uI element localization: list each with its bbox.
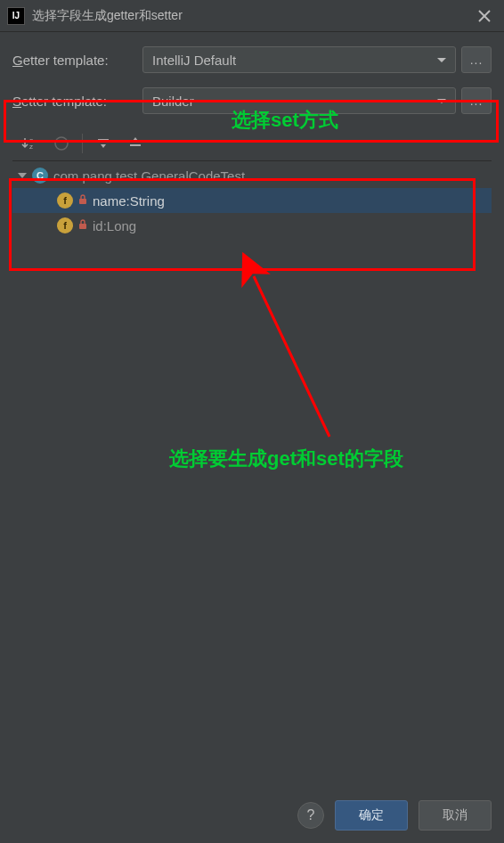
svg-rect-10: [79, 224, 86, 229]
filter-icon[interactable]: [50, 132, 73, 155]
svg-point-4: [55, 137, 68, 150]
svg-marker-6: [101, 144, 106, 148]
sort-icon[interactable]: az: [18, 132, 41, 155]
window-title: 选择字段生成getter和setter: [32, 8, 472, 24]
close-button[interactable]: [472, 4, 497, 29]
getter-template-row: Getter template: IntelliJ Default ...: [12, 46, 492, 73]
cancel-button[interactable]: 取消: [419, 800, 492, 831]
tree-class-row[interactable]: C com.pang.test.GeneralCodeTest: [12, 163, 492, 188]
getter-template-value: IntelliJ Default: [152, 53, 236, 68]
lock-icon: [78, 219, 87, 233]
toolbar-separator: [82, 134, 83, 153]
help-button[interactable]: ?: [297, 802, 324, 829]
expand-all-icon[interactable]: [92, 132, 115, 155]
chevron-down-icon: [437, 58, 446, 62]
class-name-label: com.pang.test.GeneralCodeTest: [53, 168, 245, 184]
tree-toolbar: az: [12, 128, 492, 161]
setter-template-label: Setter template:: [12, 94, 137, 109]
svg-rect-9: [79, 199, 86, 204]
svg-text:z: z: [29, 143, 33, 151]
setter-template-value: Builder: [152, 94, 194, 109]
getter-template-more-button[interactable]: ...: [461, 46, 492, 73]
titlebar: IJ 选择字段生成getter和setter: [0, 0, 504, 32]
class-icon: C: [32, 168, 48, 184]
getter-template-select[interactable]: IntelliJ Default: [142, 46, 456, 73]
app-icon: IJ: [7, 7, 25, 25]
dialog-footer: ? 确定 取消: [297, 800, 492, 831]
setter-template-more-button[interactable]: ...: [461, 87, 492, 114]
tree-field-row[interactable]: f id:Long: [12, 213, 492, 238]
tree-field-row[interactable]: f name:String: [12, 188, 492, 213]
expand-icon[interactable]: [18, 173, 27, 178]
collapse-all-icon[interactable]: [124, 132, 147, 155]
getter-template-label: Getter template:: [12, 53, 137, 68]
chevron-down-icon: [437, 99, 446, 103]
field-icon: f: [57, 192, 73, 209]
field-icon: f: [57, 217, 73, 233]
svg-marker-7: [133, 137, 138, 141]
setter-template-row: Setter template: Builder ...: [12, 87, 492, 114]
setter-template-select[interactable]: Builder: [142, 87, 456, 114]
field-tree: C com.pang.test.GeneralCodeTest f name:S…: [12, 163, 492, 733]
field-label: name:String: [93, 193, 165, 209]
field-label: id:Long: [93, 218, 136, 233]
ok-button[interactable]: 确定: [335, 800, 408, 831]
lock-icon: [78, 194, 87, 208]
